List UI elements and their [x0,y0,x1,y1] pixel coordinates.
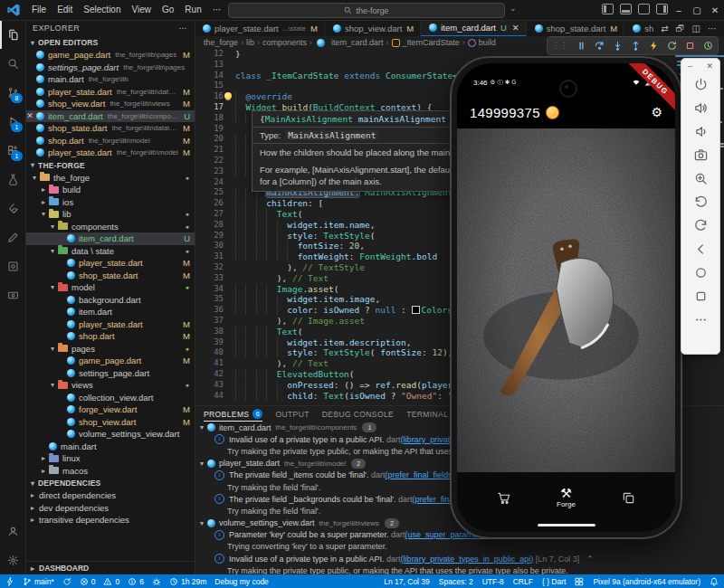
phone-settings-icon[interactable]: ⚙ [651,105,662,119]
phone-screen[interactable]: 3:46 ⚙ⓘ✱G DEBUG 149999375 ⚙ [457,63,675,532]
tab-shop_view.dart[interactable]: shop_view.dartM [325,20,421,36]
run-debug-icon[interactable]: 1 [0,107,25,136]
rule-link[interactable]: (library_private_types_in_public_api) [401,555,534,564]
collapse-caret-icon[interactable]: ⌃ [586,555,594,564]
info-icon[interactable]: 6 [128,577,144,586]
open-editor-shop.dart[interactable]: shop.dartthe_forge\lib\modelM [25,135,195,147]
panel-tab-debug-console[interactable]: DEBUG CONSOLE [322,406,394,422]
layout-grid-icon[interactable] [575,577,584,586]
tree-item-settings_page.dart[interactable]: settings_page.dart [25,367,195,380]
explorer-more-icon[interactable]: ⋯ [179,24,187,33]
search-icon[interactable] [0,49,25,78]
tree-item-collection_view.dart[interactable]: collection_view.dart [25,392,195,404]
sync-icon[interactable] [62,577,71,586]
power-icon[interactable] [689,72,712,96]
tree-item-player_state.dart[interactable]: player_state.dartM [25,257,195,270]
dependency-group-dev[interactable]: ▸dev dependencies [25,502,195,515]
settings-gear-icon[interactable] [0,545,25,574]
toggle-sidebar-icon[interactable] [602,4,614,14]
menu-go[interactable]: Go [157,0,179,20]
panel-tab-output[interactable]: OUTPUT [275,406,309,422]
toggle-panel-icon[interactable] [620,4,632,14]
rotate-right-icon[interactable] [689,213,712,237]
breadcrumb-lib[interactable]: lib [246,38,254,47]
tab-shop_state.dart[interactable]: shop_state.dartM [527,20,624,36]
open-editor-shop_view.dart[interactable]: shop_view.dartthe_forge\lib\viewsM [25,98,195,110]
pause-icon[interactable] [576,41,586,51]
zoom-icon[interactable] [689,166,712,190]
rule-link[interactable]: (prefer_final_fields) [386,470,455,479]
editor-playground-icon[interactable] [0,223,25,251]
minimize-button[interactable]: – [670,0,688,20]
problem-issue[interactable]: iInvalid use of a private type in a publ… [195,553,724,564]
tree-item-components[interactable]: ▾components● [25,221,195,233]
tree-item-shop_view.dart[interactable]: shop_view.dartM [25,416,195,429]
bell-icon[interactable] [710,577,719,586]
status-spaces-2[interactable]: Spaces: 2 [439,577,473,586]
widget-inspector-icon[interactable] [0,251,25,280]
breadcrumb-build[interactable]: build [468,38,496,47]
tree-item-ios[interactable]: ▸ios [25,196,195,209]
tree-item-pages[interactable]: ▾pages● [25,343,195,356]
overview-icon[interactable] [689,284,712,308]
bug-icon[interactable] [152,577,161,586]
panel-tab-problems[interactable]: PROBLEMS6 [204,406,262,422]
dependency-group-direct[interactable]: ▸direct dependencies [25,489,195,502]
home-icon[interactable] [689,261,712,284]
hot-reload-icon[interactable] [649,41,659,51]
extensions-icon[interactable]: 1 [0,136,25,165]
rotate-left-icon[interactable] [689,190,712,213]
emulator-close-button[interactable]: ✕ [706,62,713,71]
dependency-group-transitive[interactable]: ▸transitive dependencies [25,514,195,526]
tree-item-linux[interactable]: ▸linux [25,452,195,465]
tab-player_state.dart[interactable]: player_state.dart...\stateM [195,20,325,36]
error-icon[interactable]: 0 [80,577,96,586]
compare-changes-icon[interactable]: ⇄ [661,24,668,33]
tree-item-shop.dart[interactable]: shop.dartM [25,330,195,343]
step-out-icon[interactable] [631,41,641,51]
restart-icon[interactable] [667,41,677,51]
breadcrumb-item_card.dart[interactable]: item_card.dart [315,38,384,47]
tree-item-volume_settings_view.dart[interactable]: volume_settings_view.dart [25,428,195,441]
tree-item-macos[interactable]: ▸macos [25,465,195,478]
more-icon[interactable] [689,308,712,331]
dependencies-header[interactable]: ▾DEPENDENCIES [25,477,195,489]
dashboard-header[interactable]: ▸DASHBOARD [25,561,195,574]
open-editors-header[interactable]: ▾OPEN EDITORS [25,36,195,49]
toggle-secondary-sidebar-icon[interactable] [638,4,650,14]
step-into-icon[interactable] [613,41,623,51]
menu-more[interactable]: ⋯ [207,0,227,20]
branch-icon[interactable]: main* [23,577,54,586]
open-editor-shop_state.dart[interactable]: shop_state.dartthe_forge\lib\data\stateM [25,122,195,135]
breadcrumb-_ItemCardState[interactable]: _ItemCardState [392,38,460,47]
status-crlf[interactable]: CRLF [513,577,533,586]
toolbar-grip-icon[interactable]: ⋮⋮ [552,42,568,50]
search-dropdown-icon[interactable]: ⌄ [510,4,517,13]
source-control-icon[interactable]: 8 [0,78,25,107]
tree-item-model[interactable]: ▾model● [25,281,195,294]
status-pixel-9a-android-x64-emulator-[interactable]: Pixel 9a (android-x64 emulator) [593,577,700,586]
breadcrumb-the_forge[interactable]: the_forge [204,38,238,47]
nav-shop-cart-icon[interactable] [497,491,510,505]
devtools-icon[interactable] [0,280,25,309]
home-indicator[interactable] [538,524,595,526]
breadcrumb-components[interactable]: components [262,38,307,47]
close-editor-icon[interactable]: ✕ [25,111,34,120]
tab-item_card.dart[interactable]: item_card.dartU✕ [421,20,527,36]
customize-layout-icon[interactable] [656,4,668,14]
close-button[interactable]: ✕ [706,0,724,20]
menu-selection[interactable]: Selection [78,0,126,20]
tree-item-item_card.dart[interactable]: item_card.dartU [25,232,195,245]
account-icon[interactable] [0,517,25,545]
menu-view[interactable]: View [127,0,157,20]
stop-icon[interactable] [685,41,695,51]
open-editor-main.dart[interactable]: main.dartthe_forge\lib [25,73,195,86]
warning-icon[interactable]: 0 [103,577,119,586]
panel-tab-terminal[interactable]: TERMINAL [406,406,448,422]
screenshot-icon[interactable] [689,143,712,166]
tree-item-lib[interactable]: ▾lib● [25,208,195,221]
hot-restart-icon[interactable] [703,41,713,51]
status-utf-8[interactable]: UTF-8 [482,577,504,586]
status-debug-my-code[interactable]: Debug my code [214,577,269,586]
volume-down-icon[interactable] [689,119,712,143]
